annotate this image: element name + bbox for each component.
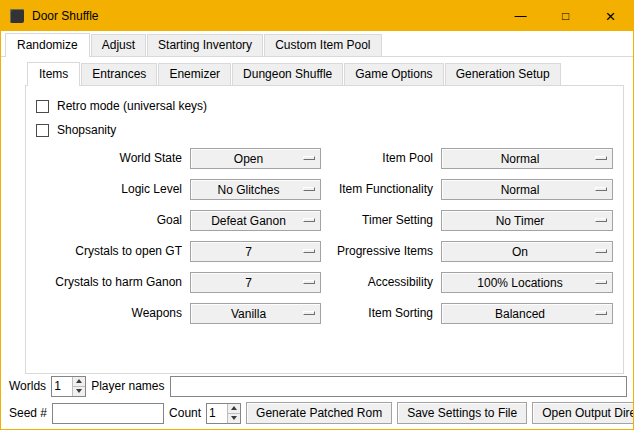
count-spinner[interactable] bbox=[206, 403, 241, 424]
count-spin-up-button[interactable] bbox=[227, 404, 240, 413]
option-menu-indicator-icon bbox=[595, 249, 607, 253]
generate-patched-rom-button[interactable]: Generate Patched Rom bbox=[246, 402, 392, 424]
logic-level-dropdown[interactable]: No Glitches bbox=[190, 179, 321, 200]
save-settings-button[interactable]: Save Settings to File bbox=[397, 402, 527, 424]
goal-label: Goal bbox=[32, 210, 182, 231]
door-shuffle-window: Door Shuffle — □ × Randomize Adjust Star… bbox=[0, 0, 634, 430]
item-functionality-dropdown[interactable]: Normal bbox=[441, 179, 613, 200]
count-input[interactable] bbox=[207, 404, 227, 423]
count-spin-buttons bbox=[227, 404, 240, 423]
option-menu-indicator-icon bbox=[595, 187, 607, 191]
accessibility-value: 100% Locations bbox=[442, 276, 598, 290]
worlds-spin-down-button[interactable] bbox=[72, 386, 85, 396]
option-menu-indicator-icon bbox=[303, 156, 315, 160]
world-state-label: World State bbox=[32, 148, 182, 169]
tab-entrances[interactable]: Entrances bbox=[81, 63, 157, 85]
item-pool-value: Normal bbox=[442, 152, 598, 166]
retro-mode-label: Retro mode (universal keys) bbox=[57, 99, 207, 113]
tab-randomize[interactable]: Randomize bbox=[5, 33, 90, 57]
item-sorting-label: Item Sorting bbox=[329, 303, 433, 324]
option-menu-indicator-icon bbox=[303, 249, 315, 253]
retro-mode-checkbox[interactable] bbox=[36, 100, 49, 113]
minimize-icon: — bbox=[515, 9, 527, 23]
seed-input[interactable] bbox=[52, 403, 164, 424]
crystals-harm-ganon-value: 7 bbox=[191, 276, 306, 290]
tab-dungeon-shuffle[interactable]: Dungeon Shuffle bbox=[232, 63, 343, 85]
crystals-open-gt-value: 7 bbox=[191, 245, 306, 259]
logic-level-value: No Glitches bbox=[191, 183, 306, 197]
titlebar: Door Shuffle — □ × bbox=[1, 1, 633, 31]
maximize-icon: □ bbox=[562, 9, 569, 23]
open-output-directory-button[interactable]: Open Output Directory bbox=[532, 402, 634, 424]
crystals-open-gt-label: Crystals to open GT bbox=[32, 241, 182, 262]
seed-row: Seed # Count Generate Patched Rom Save S… bbox=[9, 402, 627, 424]
worlds-spin-up-button[interactable] bbox=[72, 377, 85, 386]
tab-adjust[interactable]: Adjust bbox=[91, 34, 146, 56]
crystals-harm-ganon-label: Crystals to harm Ganon bbox=[32, 272, 182, 293]
item-pool-dropdown[interactable]: Normal bbox=[441, 148, 613, 169]
weapons-value: Vanilla bbox=[191, 307, 306, 321]
option-menu-indicator-icon bbox=[595, 156, 607, 160]
goal-dropdown[interactable]: Defeat Ganon bbox=[190, 210, 321, 231]
tab-enemizer[interactable]: Enemizer bbox=[158, 63, 231, 85]
spin-down-icon bbox=[231, 416, 237, 423]
settings-grid: World State Open Item Pool Normal Logic … bbox=[32, 148, 617, 324]
shopsanity-checkbox[interactable] bbox=[36, 124, 49, 137]
seed-label: Seed # bbox=[9, 406, 47, 420]
tab-items[interactable]: Items bbox=[27, 62, 80, 86]
worlds-spin-buttons bbox=[72, 377, 85, 396]
item-functionality-value: Normal bbox=[442, 183, 598, 197]
goal-value: Defeat Ganon bbox=[191, 214, 306, 228]
weapons-label: Weapons bbox=[32, 303, 182, 324]
item-sorting-value: Balanced bbox=[442, 307, 598, 321]
close-button[interactable]: × bbox=[588, 1, 633, 31]
timer-setting-value: No Timer bbox=[442, 214, 598, 228]
app-icon[interactable] bbox=[10, 9, 24, 23]
items-pane: Retro mode (universal keys) Shopsanity W… bbox=[25, 86, 624, 374]
crystals-open-gt-dropdown[interactable]: 7 bbox=[190, 241, 321, 262]
progressive-items-dropdown[interactable]: On bbox=[441, 241, 613, 262]
checkbox-row-retro-mode[interactable]: Retro mode (universal keys) bbox=[36, 94, 617, 118]
secondary-tab-bar: Items Entrances Enemizer Dungeon Shuffle… bbox=[25, 62, 624, 86]
window-title: Door Shuffle bbox=[32, 9, 99, 23]
spin-up-icon bbox=[231, 403, 237, 410]
option-menu-indicator-icon bbox=[595, 280, 607, 284]
close-icon: × bbox=[606, 8, 616, 25]
player-names-label: Player names bbox=[91, 379, 164, 393]
option-menu-indicator-icon bbox=[303, 218, 315, 222]
timer-setting-dropdown[interactable]: No Timer bbox=[441, 210, 613, 231]
progressive-items-value: On bbox=[442, 245, 598, 259]
count-spin-down-button[interactable] bbox=[227, 413, 240, 423]
item-pool-label: Item Pool bbox=[329, 148, 433, 169]
option-menu-indicator-icon bbox=[303, 280, 315, 284]
option-menu-indicator-icon bbox=[595, 218, 607, 222]
checkbox-row-shopsanity[interactable]: Shopsanity bbox=[36, 118, 617, 142]
accessibility-dropdown[interactable]: 100% Locations bbox=[441, 272, 613, 293]
item-sorting-dropdown[interactable]: Balanced bbox=[441, 303, 613, 324]
shopsanity-label: Shopsanity bbox=[57, 123, 116, 137]
timer-setting-label: Timer Setting bbox=[329, 210, 433, 231]
crystals-harm-ganon-dropdown[interactable]: 7 bbox=[190, 272, 321, 293]
randomize-pane: Items Entrances Enemizer Dungeon Shuffle… bbox=[25, 62, 624, 374]
tab-generation-setup[interactable]: Generation Setup bbox=[445, 63, 561, 85]
player-names-input[interactable] bbox=[170, 376, 628, 397]
tab-custom-item-pool[interactable]: Custom Item Pool bbox=[264, 34, 381, 56]
accessibility-label: Accessibility bbox=[329, 272, 433, 293]
worlds-input[interactable] bbox=[52, 377, 72, 396]
tab-starting-inventory[interactable]: Starting Inventory bbox=[147, 34, 263, 56]
tab-game-options[interactable]: Game Options bbox=[344, 63, 443, 85]
logic-level-label: Logic Level bbox=[32, 179, 182, 200]
option-menu-indicator-icon bbox=[303, 311, 315, 315]
progressive-items-label: Progressive Items bbox=[329, 241, 433, 262]
world-state-dropdown[interactable]: Open bbox=[190, 148, 321, 169]
count-label: Count bbox=[169, 406, 201, 420]
weapons-dropdown[interactable]: Vanilla bbox=[190, 303, 321, 324]
minimize-button[interactable]: — bbox=[498, 1, 543, 31]
maximize-button[interactable]: □ bbox=[543, 1, 588, 31]
world-state-value: Open bbox=[191, 152, 306, 166]
spin-down-icon bbox=[76, 389, 82, 396]
worlds-row: Worlds Player names bbox=[9, 375, 627, 397]
option-menu-indicator-icon bbox=[303, 187, 315, 191]
worlds-spinner[interactable] bbox=[51, 376, 86, 397]
spin-up-icon bbox=[76, 376, 82, 383]
